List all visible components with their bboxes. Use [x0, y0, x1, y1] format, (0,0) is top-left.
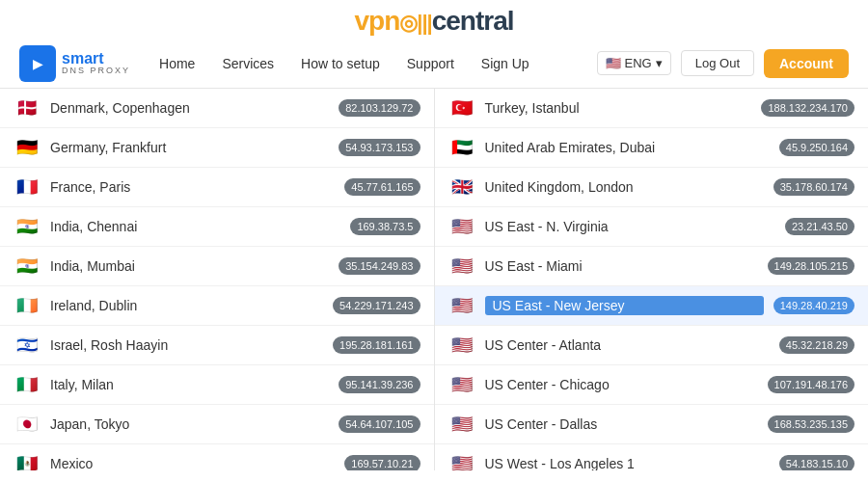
- ip-badge: 149.28.40.219: [773, 297, 854, 314]
- server-name: Germany, Frankfurt: [50, 140, 329, 155]
- logo-bar: vpn◎|||central: [0, 0, 868, 39]
- flag-icon: 🇩🇰: [14, 98, 41, 118]
- signal-icon: ◎|||: [399, 11, 431, 35]
- table-row[interactable]: 🇺🇸 US West - Los Angeles 1 54.183.15.10: [435, 444, 869, 470]
- flag-icon: 🇬🇧: [448, 177, 475, 197]
- table-row[interactable]: 🇬🇧 United Kingdom, London 35.178.60.174: [435, 168, 869, 207]
- right-column: 🇹🇷 Turkey, Istanbul 188.132.234.170 🇦🇪 U…: [435, 89, 869, 470]
- flag-icon: 🇮🇹: [14, 375, 41, 394]
- ip-badge: 195.28.181.161: [333, 336, 420, 354]
- central-text: central: [432, 6, 514, 36]
- server-name: India, Chennai: [50, 219, 340, 234]
- flag-icon: 🇹🇷: [448, 98, 475, 118]
- flag-icon: 🇺🇸: [448, 415, 475, 434]
- vpn-text: vpn: [354, 6, 399, 36]
- ip-badge: 54.64.107.105: [339, 415, 420, 433]
- table-row[interactable]: 🇺🇸 US East - N. Virginia 23.21.43.50: [435, 207, 869, 247]
- chevron-down-icon: ▾: [656, 56, 663, 70]
- left-column: 🇩🇰 Denmark, Copenhagen 82.103.129.72 🇩🇪 …: [0, 89, 435, 470]
- server-name: US East - N. Virginia: [485, 219, 775, 234]
- flag-icon: 🇲🇽: [14, 454, 41, 470]
- smart-logo-icon: [19, 45, 56, 82]
- server-name: Israel, Rosh Haayin: [50, 337, 323, 353]
- table-row[interactable]: 🇮🇹 Italy, Milan 95.141.39.236: [0, 365, 434, 405]
- table-row[interactable]: 🇮🇳 India, Mumbai 35.154.249.83: [0, 247, 434, 286]
- flag-icon: 🇺🇸: [448, 454, 475, 470]
- flag-icon: 🇺🇸: [448, 335, 475, 355]
- server-name: Japan, Tokyo: [50, 416, 329, 432]
- language-selector[interactable]: 🇺🇸 ENG ▾: [597, 51, 671, 75]
- ip-badge: 54.229.171.243: [333, 297, 420, 314]
- navbar: smart DNS PROXY Home Services How to set…: [0, 39, 868, 89]
- main-content: 🇩🇰 Denmark, Copenhagen 82.103.129.72 🇩🇪 …: [0, 89, 868, 470]
- vpncentral-logo: vpn◎|||central: [354, 6, 513, 36]
- server-name: US East - Miami: [485, 258, 758, 274]
- server-table: 🇩🇰 Denmark, Copenhagen 82.103.129.72 🇩🇪 …: [0, 89, 868, 470]
- ip-badge: 107.191.48.176: [768, 376, 854, 393]
- smart-logo-text: smart DNS PROXY: [62, 51, 130, 75]
- server-name: France, Paris: [50, 179, 335, 195]
- ip-badge: 45.9.250.164: [779, 139, 854, 156]
- table-row[interactable]: 🇦🇪 United Arab Emirates, Dubai 45.9.250.…: [435, 128, 869, 168]
- server-name: Mexico: [50, 456, 335, 470]
- server-name: United Arab Emirates, Dubai: [485, 140, 770, 155]
- site-logo[interactable]: smart DNS PROXY: [19, 45, 130, 82]
- table-row[interactable]: 🇮🇱 Israel, Rosh Haayin 195.28.181.161: [0, 326, 434, 365]
- ip-badge: 23.21.43.50: [785, 218, 854, 235]
- server-name: US West - Los Angeles 1: [485, 456, 770, 470]
- table-row[interactable]: 🇹🇷 Turkey, Istanbul 188.132.234.170: [435, 89, 869, 128]
- ip-badge: 35.178.60.174: [773, 178, 854, 196]
- lang-label: 🇺🇸 ENG: [606, 56, 652, 70]
- flag-icon: 🇯🇵: [14, 415, 41, 434]
- table-row[interactable]: 🇩🇪 Germany, Frankfurt 54.93.173.153: [0, 128, 434, 168]
- server-name: Denmark, Copenhagen: [50, 100, 329, 116]
- ip-badge: 54.183.15.10: [779, 455, 854, 470]
- table-row[interactable]: 🇮🇳 India, Chennai 169.38.73.5: [0, 207, 434, 247]
- flag-icon: 🇮🇳: [14, 256, 41, 276]
- nav-signup[interactable]: Sign Up: [481, 56, 529, 71]
- table-row[interactable]: 🇺🇸 US East - Miami 149.28.105.215: [435, 247, 869, 286]
- server-name: US East - New Jersey: [485, 296, 764, 315]
- flag-icon: 🇮🇳: [14, 217, 41, 236]
- flag-icon: 🇫🇷: [14, 177, 41, 197]
- table-row[interactable]: 🇮🇪 Ireland, Dublin 54.229.171.243: [0, 286, 434, 326]
- table-row[interactable]: 🇺🇸 US Center - Dallas 168.53.235.135: [435, 405, 869, 444]
- server-name: Italy, Milan: [50, 377, 329, 392]
- nav-home[interactable]: Home: [159, 56, 195, 71]
- flag-icon: 🇺🇸: [448, 217, 475, 236]
- ip-badge: 35.154.249.83: [339, 257, 420, 275]
- flag-icon: 🇮🇪: [14, 296, 41, 315]
- flag-icon: 🇺🇸: [448, 256, 475, 276]
- table-row[interactable]: 🇯🇵 Japan, Tokyo 54.64.107.105: [0, 405, 434, 444]
- ip-badge: 82.103.129.72: [339, 99, 420, 117]
- ip-badge: 45.32.218.29: [779, 336, 854, 354]
- server-name: Ireland, Dublin: [50, 298, 323, 313]
- nav-links: Home Services How to setup Support Sign …: [159, 56, 597, 71]
- flag-icon: 🇩🇪: [14, 138, 41, 157]
- table-row[interactable]: 🇺🇸 US East - New Jersey 149.28.40.219: [435, 286, 869, 326]
- ip-badge: 169.57.10.21: [344, 455, 420, 470]
- ip-badge: 168.53.235.135: [768, 415, 854, 433]
- nav-support[interactable]: Support: [407, 56, 454, 71]
- table-row[interactable]: 🇺🇸 US Center - Atlanta 45.32.218.29: [435, 326, 869, 365]
- ip-badge: 188.132.234.170: [761, 99, 854, 117]
- table-row[interactable]: 🇲🇽 Mexico 169.57.10.21: [0, 444, 434, 470]
- ip-badge: 45.77.61.165: [344, 178, 420, 196]
- nav-right: 🇺🇸 ENG ▾ Log Out Account: [597, 49, 849, 78]
- nav-how-to-setup[interactable]: How to setup: [301, 56, 380, 71]
- ip-badge: 149.28.105.215: [768, 257, 854, 275]
- table-row[interactable]: 🇩🇰 Denmark, Copenhagen 82.103.129.72: [0, 89, 434, 128]
- table-row[interactable]: 🇺🇸 US Center - Chicago 107.191.48.176: [435, 365, 869, 405]
- server-name: US Center - Atlanta: [485, 337, 770, 353]
- server-name: US Center - Dallas: [485, 416, 758, 432]
- ip-badge: 95.141.39.236: [339, 376, 420, 393]
- ip-badge: 54.93.173.153: [339, 139, 420, 156]
- logout-button[interactable]: Log Out: [681, 50, 754, 76]
- server-name: United Kingdom, London: [485, 179, 764, 195]
- server-name: US Center - Chicago: [485, 377, 758, 392]
- ip-badge: 169.38.73.5: [350, 218, 420, 235]
- table-row[interactable]: 🇫🇷 France, Paris 45.77.61.165: [0, 168, 434, 207]
- nav-services[interactable]: Services: [222, 56, 274, 71]
- account-button[interactable]: Account: [764, 49, 849, 78]
- server-name: Turkey, Istanbul: [485, 100, 752, 116]
